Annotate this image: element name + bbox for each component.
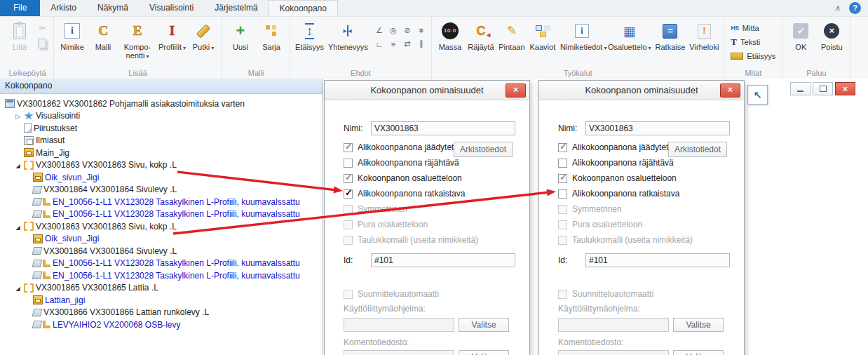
checkbox-row[interactable]: Pura osaluetteloon [558, 219, 693, 230]
kayttoliittyma-input[interactable] [344, 318, 454, 332]
close-dialog-button[interactable]: × [506, 83, 526, 98]
checkbox-row[interactable]: Alikokoonpanona ratkaistava [558, 188, 693, 199]
tree-item[interactable]: VX3001866 VX3001866 Lattian runkolevy .L [0, 307, 323, 319]
ribbon-tab[interactable]: Järjestelmä [204, 0, 268, 16]
checkbox[interactable] [558, 220, 567, 229]
ribbon-tab[interactable]: Näkymä [87, 0, 139, 16]
tree-item[interactable]: VX3001864 VX3001864 Sivulevy .L [0, 245, 323, 257]
constraint-icon[interactable]: ∗ [414, 24, 428, 37]
checkbox-row[interactable]: Alikokoonpanona räjähtävä [344, 157, 478, 168]
sarja-button[interactable]: Sarja [256, 18, 287, 68]
tree-item[interactable]: Oik_sivun_Jigi [0, 171, 323, 184]
id-input[interactable] [371, 253, 515, 267]
checkbox-row[interactable]: Taulukkomalli (useita nimikkeitä) [344, 234, 478, 246]
checkbox-row[interactable]: Alikokoonpanona ratkaistava [344, 188, 478, 199]
copy-button[interactable] [35, 37, 50, 51]
checkbox[interactable] [344, 236, 353, 245]
ratkaise-button[interactable]: = Ratkaise [653, 18, 688, 68]
ribbon-tab[interactable]: Kokoonpano [269, 0, 338, 16]
id-input[interactable] [585, 253, 730, 267]
checkbox[interactable] [344, 159, 353, 168]
checkbox[interactable] [344, 290, 353, 299]
valitse-button[interactable]: Valitse [459, 350, 509, 355]
constraint-icon[interactable]: ∥ [414, 37, 428, 51]
checkbox-row[interactable]: Pura osaluetteloon [344, 219, 478, 230]
close-dialog-button[interactable]: × [720, 83, 740, 98]
tree-item[interactable]: EN_10056-1-L1 VX123028 Tasakylkinen L-Pr… [0, 208, 323, 221]
ribbon-tab[interactable]: File [0, 0, 40, 16]
mitta-button[interactable]: H5 Mitta [727, 21, 779, 34]
valitse-button[interactable]: Valitse [673, 350, 724, 355]
constraint-icon[interactable]: ⇄ [400, 37, 414, 51]
constraint-icon[interactable]: ⊘ [400, 24, 414, 37]
constraint-icon[interactable]: ◎ [386, 24, 400, 37]
malli-button[interactable]: C Malli [88, 18, 118, 68]
minimize-button[interactable] [790, 82, 811, 95]
paste-button[interactable]: Liitä [4, 18, 35, 68]
checkbox-row[interactable]: Taulukkomalli (useita nimikkeitä) [558, 234, 693, 246]
teksti-button[interactable]: T Teksti [727, 35, 779, 48]
etaisyys-mitta-button[interactable]: Etäisyys [727, 49, 779, 62]
tree-item[interactable]: LEVYAIHIO2 VX200068 OSB-levy [0, 319, 323, 331]
kaaviot-button[interactable]: Kaaviot [527, 18, 558, 68]
checkbox[interactable] [558, 236, 567, 245]
tree-item[interactable]: EN_10056-1-L1 VX123028 Tasakylkinen L-Pr… [0, 257, 323, 270]
uusi-button[interactable]: + Uusi [225, 18, 256, 68]
checkbox[interactable] [344, 189, 353, 199]
komento-input[interactable] [558, 350, 669, 355]
checkbox[interactable] [344, 220, 353, 229]
yhtenevyys-button[interactable]: ▸◂ Yhtenevyys [326, 18, 370, 68]
checkbox[interactable] [558, 290, 567, 299]
ribbon-tab[interactable]: Visualisointi [139, 0, 204, 16]
tree-item[interactable]: Oik_sivun_Jigi [0, 233, 323, 246]
poistu-button[interactable]: × Poistu [816, 18, 847, 68]
caret-expanded-icon[interactable] [13, 283, 22, 293]
ribbon-tab[interactable]: Arkisto [40, 0, 87, 16]
profiilit-button[interactable]: I Profiilit [156, 18, 188, 68]
putki-button[interactable]: Putki [188, 18, 219, 68]
dialog-titlebar[interactable]: Kokoonpanon ominaisuudet × [325, 81, 529, 100]
nimi-input[interactable] [585, 121, 730, 135]
tree-item[interactable]: VX3001865 VX3001865 Lattia .L [0, 282, 323, 295]
caret-expanded-icon[interactable] [13, 222, 22, 232]
tree-item[interactable]: Lattian_jigi [0, 294, 323, 307]
etaisyys-button[interactable]: ↕ Etäisyys [293, 18, 326, 68]
osaluettelo-button[interactable]: ▦ Osaluettelo [606, 18, 653, 68]
tree-item[interactable]: Ilmiasut [0, 135, 323, 147]
suunnitteluautomaatti-row[interactable]: Suunnitteluautomaatti [344, 288, 439, 300]
checkbox[interactable] [558, 174, 567, 183]
tree-item[interactable]: VX3001863 VX3001863 Sivu, kokp .L [0, 159, 323, 172]
checkbox-row[interactable]: Kokoonpanon osaluetteloon [344, 173, 478, 184]
ok-button[interactable]: ✔ OK [785, 18, 816, 68]
collapse-ribbon-icon[interactable]: ∧ [835, 4, 841, 13]
valitse-button[interactable]: Valitse [673, 318, 724, 332]
tree-item[interactable]: Visualisointi [0, 110, 323, 123]
checkbox[interactable] [344, 143, 353, 152]
checkbox-row[interactable]: Symmetrinen [558, 203, 693, 215]
nimike-button[interactable]: i Nimike [57, 18, 88, 68]
suunnitteluautomaatti-row[interactable]: Suunnitteluautomaatti [558, 288, 653, 300]
tree-item[interactable]: Main_Jig [0, 147, 323, 159]
komponentti-button[interactable]: E Kompo-nentti [118, 18, 156, 68]
caret-expanded-icon[interactable] [13, 160, 22, 170]
constraint-icon[interactable]: ≡ [386, 37, 400, 51]
valitse-button[interactable]: Valitse [459, 318, 509, 332]
pintaan-button[interactable]: ✎ Pintaan [496, 18, 527, 68]
tree-item[interactable]: Piirustukset [0, 122, 323, 135]
massa-button[interactable]: 10.0 Massa [435, 18, 466, 68]
virheloki-button[interactable]: ! Virheloki [687, 18, 721, 68]
constraint-icon[interactable]: ∟ [372, 37, 386, 51]
checkbox[interactable] [344, 205, 353, 214]
tree-item[interactable]: VX3001862 VX3001862 Pohjamalli asiakasto… [0, 98, 323, 110]
checkbox[interactable] [558, 189, 567, 199]
arkistotiedot-button[interactable]: Arkistotiedot [668, 142, 727, 157]
checkbox[interactable] [558, 159, 567, 168]
tree-item[interactable]: EN_10056-1-L1 VX123028 Tasakylkinen L-Pr… [0, 269, 323, 282]
nimi-input[interactable] [371, 121, 515, 135]
checkbox[interactable] [558, 205, 567, 214]
rajayta-button[interactable]: C Räjäytä [466, 18, 496, 68]
checkbox[interactable] [344, 174, 353, 183]
checkbox-row[interactable]: Symmetrinen [344, 203, 478, 215]
komento-input[interactable] [344, 350, 454, 355]
tree-item[interactable]: VX3001863 VX3001863 Sivu, kokp .L [0, 220, 323, 233]
